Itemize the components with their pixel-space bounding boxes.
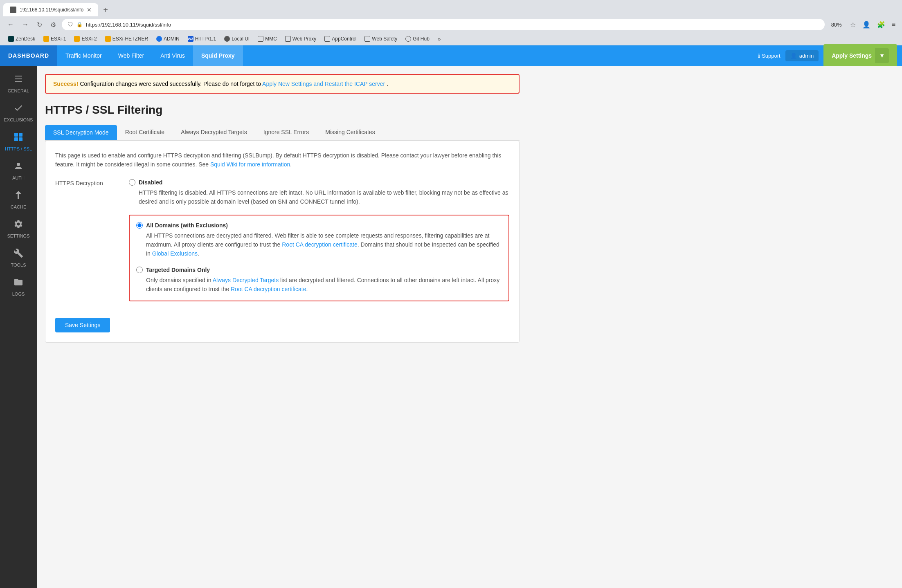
address-input-wrap[interactable]: 🛡 🔒 https://192.168.10.119/squid/ssl/inf…: [62, 19, 825, 30]
radio-text-targeted: Targeted Domains Only: [146, 267, 210, 273]
sidebar-item-exclusions[interactable]: EXCLUSIONS: [0, 98, 37, 127]
radio-label-all-domains[interactable]: All Domains (with Exclusions): [136, 222, 502, 229]
content-inner: Success! Configuration changes were save…: [37, 66, 528, 351]
radio-option-all-domains: All Domains (with Exclusions) All HTTPS …: [136, 222, 502, 258]
sidebar-item-general[interactable]: GENERAL: [0, 69, 37, 98]
bookmark-favicon-esxi1: [43, 36, 49, 42]
sidebar-item-cache[interactable]: CACHE: [0, 185, 37, 214]
address-bar: ← → ↻ ⚙ 🛡 🔒 https://192.168.10.119/squid…: [0, 16, 902, 33]
bookmark-star-button[interactable]: ☆: [848, 19, 857, 30]
radio-options: Disabled HTTPS filtering is disabled. Al…: [129, 179, 509, 301]
bookmark-favicon-appcontrol: [324, 36, 330, 42]
apply-settings-dropdown-arrow[interactable]: ▼: [875, 48, 889, 63]
success-message: Configuration changes were saved success…: [80, 81, 262, 87]
bookmarks-bar: ZenDesk ESXi-1 ESXi-2 ESXi-HETZNER ADMIN…: [0, 33, 902, 45]
bookmark-favicon-admin: [156, 36, 162, 42]
radio-desc-targeted: Only domains specified in Always Decrypt…: [136, 276, 502, 294]
browser-tab[interactable]: 192.168.10.119/squid/ssl/info ✕: [3, 3, 98, 16]
svg-rect-4: [19, 133, 22, 137]
bookmark-admin[interactable]: ADMIN: [153, 35, 183, 43]
cache-icon: [13, 190, 23, 202]
new-tab-button[interactable]: +: [100, 4, 111, 16]
radio-input-all-domains[interactable]: [136, 222, 143, 229]
bookmark-websafety[interactable]: Web Safety: [361, 35, 400, 43]
lock-icon: 🔒: [76, 22, 83, 27]
tab-root-certificate[interactable]: Root Certificate: [117, 125, 173, 140]
radio-input-disabled[interactable]: [129, 179, 135, 186]
tab-close-button[interactable]: ✕: [87, 7, 92, 13]
apply-new-settings-link[interactable]: Apply New Settings and Restart the ICAP …: [262, 81, 385, 87]
svg-rect-3: [14, 133, 18, 137]
back-button[interactable]: ←: [5, 19, 16, 30]
squid-wiki-link[interactable]: Squid Wiki for more information: [210, 161, 290, 168]
bookmark-label-websafety: Web Safety: [372, 36, 397, 42]
success-suffix: .: [387, 81, 388, 87]
nav-web-filter[interactable]: Web Filter: [110, 45, 153, 66]
bookmark-github[interactable]: Git Hub: [402, 35, 433, 43]
admin-icon: 👤: [790, 53, 797, 59]
bookmark-more-button[interactable]: »: [434, 34, 444, 43]
bookmark-webproxy[interactable]: Web Proxy: [282, 35, 319, 43]
bookmark-favicon-websafety: [364, 36, 370, 42]
sidebar-item-settings[interactable]: SETTINGS: [0, 214, 37, 243]
radio-option-disabled: Disabled HTTPS filtering is disabled. Al…: [129, 179, 509, 206]
reload-button[interactable]: ↻: [34, 19, 45, 30]
radio-input-targeted[interactable]: [136, 267, 143, 273]
admin-label: admin: [799, 53, 814, 59]
top-nav: DASHBOARD Traffic Monitor Web Filter Ant…: [0, 45, 902, 66]
support-button[interactable]: ℹ Support: [758, 53, 781, 59]
bookmark-zendesk[interactable]: ZenDesk: [5, 35, 38, 43]
tab-ignore-ssl[interactable]: Ignore SSL Errors: [255, 125, 317, 140]
extensions-icon-button[interactable]: 🧩: [875, 19, 887, 30]
extensions-button[interactable]: ⚙: [48, 19, 58, 30]
bookmark-label-github: Git Hub: [413, 36, 430, 42]
radio-label-disabled[interactable]: Disabled: [129, 179, 509, 186]
nav-anti-virus[interactable]: Anti Virus: [152, 45, 193, 66]
root-ca-link-2[interactable]: Root CA decryption certificate: [231, 286, 306, 292]
bookmark-esxi-hetz[interactable]: ESXi-HETZNER: [102, 35, 151, 43]
tab-ssl-decryption[interactable]: SSL Decryption Mode: [45, 125, 117, 140]
tab-title: 192.168.10.119/squid/ssl/info: [20, 7, 83, 13]
admin-button[interactable]: 👤 admin: [785, 50, 819, 61]
success-bold-text: Success!: [53, 81, 78, 87]
form-row-https-decryption: HTTPS Decryption Disabled HTTPS filterin…: [55, 179, 509, 301]
apply-settings-button[interactable]: Apply Settings ▼: [823, 44, 897, 67]
sidebar-item-https-ssl[interactable]: HTTPS / SSL: [0, 127, 37, 156]
root-ca-link-1[interactable]: Root CA decryption certificate: [282, 241, 357, 248]
sidebar-item-label-tools: TOOLS: [11, 263, 26, 267]
bookmark-label-esxi1: ESXi-1: [51, 36, 66, 42]
tab-favicon: [10, 7, 16, 13]
save-settings-button[interactable]: Save Settings: [55, 318, 110, 332]
dashboard-logo[interactable]: DASHBOARD: [0, 45, 57, 66]
bookmark-http[interactable]: W3 HTTP/1.1: [184, 35, 219, 43]
radio-text-all-domains: All Domains (with Exclusions): [146, 222, 228, 229]
bookmark-favicon-http: W3: [188, 36, 193, 42]
radio-desc-disabled: HTTPS filtering is disabled. All HTTPS c…: [129, 188, 509, 206]
nav-squid-proxy[interactable]: Squid Proxy: [193, 45, 243, 66]
global-exclusions-link[interactable]: Global Exclusions: [152, 250, 198, 257]
bookmark-esxi2[interactable]: ESXi-2: [71, 35, 100, 43]
radio-label-targeted[interactable]: Targeted Domains Only: [136, 267, 502, 273]
svg-rect-2: [15, 81, 22, 82]
bookmark-esxi1[interactable]: ESXi-1: [40, 35, 69, 43]
https-ssl-icon: [13, 132, 23, 144]
support-label: Support: [762, 53, 781, 59]
tab-bar: 192.168.10.119/squid/ssl/info ✕ +: [0, 0, 902, 16]
sidebar-item-label-general: GENERAL: [8, 88, 29, 93]
tab-always-decrypted[interactable]: Always Decrypted Targets: [173, 125, 255, 140]
bookmark-localui[interactable]: Local UI: [221, 35, 253, 43]
main-layout: GENERAL EXCLUSIONS HTTPS / SSL AUTH: [0, 66, 902, 588]
profile-button[interactable]: 👤: [861, 19, 872, 30]
bookmark-mmc[interactable]: MMC: [254, 35, 280, 43]
sidebar-item-logs[interactable]: LOGS: [0, 272, 37, 301]
nav-traffic-monitor[interactable]: Traffic Monitor: [57, 45, 110, 66]
tab-missing-certs[interactable]: Missing Certificates: [317, 125, 383, 140]
bookmark-favicon-esxi-hetz: [105, 36, 111, 42]
sidebar-item-auth[interactable]: AUTH: [0, 156, 37, 185]
bookmark-label-esxi-hetz: ESXi-HETZNER: [112, 36, 148, 42]
menu-button[interactable]: ≡: [890, 19, 897, 30]
bookmark-appcontrol[interactable]: AppControl: [321, 35, 360, 43]
forward-button[interactable]: →: [20, 19, 31, 30]
always-decrypted-link[interactable]: Always Decrypted Targets: [213, 277, 279, 283]
sidebar-item-tools[interactable]: TOOLS: [0, 243, 37, 272]
